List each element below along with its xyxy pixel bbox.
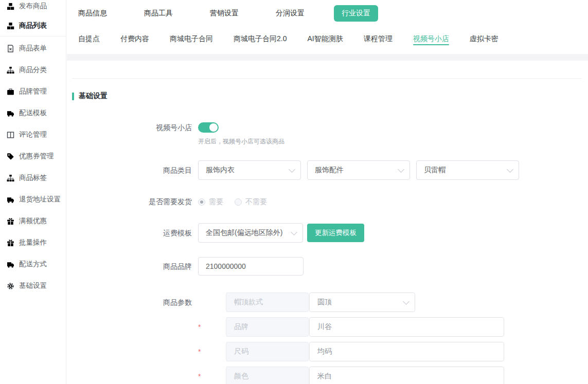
app-window: 发布商品 商品列表 商品表单 商品分类 品牌管理 配送模板 评论管理 优惠券管理… <box>0 0 588 384</box>
secondary-tab[interactable]: 课程管理 <box>364 27 393 50</box>
freight-row: 运费模板 全国包邮(偏远地区除外) 更新运费模板 <box>67 223 588 243</box>
param-value-field[interactable]: 均码 <box>309 342 504 361</box>
secondary-tab[interactable]: 视频号小店 <box>413 27 449 50</box>
sidebar-item[interactable]: 满额优惠 <box>0 210 66 232</box>
need-shipping-options: 需要 不需要 <box>198 197 267 207</box>
param-name-field: 帽顶款式 <box>226 292 309 312</box>
secondary-tab[interactable]: 商城电子合同2.0 <box>234 27 287 50</box>
card-top-space <box>67 61 588 78</box>
update-freight-template-button[interactable]: 更新运费模板 <box>307 224 364 242</box>
sidebar-item[interactable]: 批量操作 <box>0 232 66 253</box>
sidebar-item[interactable]: 商品表单 <box>0 38 66 59</box>
sidebar-item-label: 商品列表 <box>19 21 47 30</box>
primary-tab[interactable]: 商品工具 <box>144 9 173 18</box>
primary-tab[interactable]: 营销设置 <box>210 9 239 18</box>
chevron-down-icon <box>289 166 295 173</box>
secondary-tab[interactable]: 付费内容 <box>120 27 149 50</box>
truck-icon <box>7 196 14 204</box>
param-rows: * 帽顶款式 圆顶 * 品牌 川谷 * 尺码 均码 * 颜色 米白 <box>198 292 504 384</box>
sidebar-menu: 发布商品 商品列表 商品表单 商品分类 品牌管理 配送模板 评论管理 优惠券管理… <box>0 0 66 297</box>
main-area: 商品信息商品工具营销设置分润设置行业设置 自提点付费内容商城电子合同商城电子合同… <box>67 0 588 384</box>
secondary-tab[interactable]: 虚拟卡密 <box>470 27 498 50</box>
tree-icon <box>7 174 14 182</box>
radio-option-need: 需要 <box>198 197 223 207</box>
required-asterisk: * <box>198 367 226 384</box>
sidebar-item[interactable]: 配送方式 <box>0 253 66 275</box>
radio-option-label: 需要 <box>209 197 223 207</box>
required-asterisk: * <box>198 317 226 337</box>
sidebar-item[interactable]: 商品列表 <box>0 16 66 35</box>
video-store-help: 开启后，视频号小店可选该商品 <box>198 137 284 146</box>
tag-icon <box>7 153 14 160</box>
params-label: 商品参数 <box>67 292 192 312</box>
category-label: 商品类目 <box>67 160 192 180</box>
required-asterisk: * <box>198 342 226 361</box>
sidebar-item[interactable]: 退货地址设置 <box>0 189 66 210</box>
radio-checked-icon <box>198 198 205 206</box>
sidebar-item[interactable]: 品牌管理 <box>0 81 66 102</box>
sidebar-item[interactable]: 优惠券管理 <box>0 145 66 167</box>
param-row: * 品牌 川谷 <box>198 317 504 337</box>
briefcase-icon <box>7 88 14 96</box>
truck-icon <box>7 109 14 117</box>
need-shipping-row: 是否需要发货 需要 不需要 <box>67 197 588 207</box>
columns-icon <box>7 131 14 139</box>
sidebar-item-label: 基础设置 <box>19 281 47 290</box>
video-store-label: 视频号小店 <box>67 122 192 146</box>
category-select[interactable]: 服饰内衣 <box>198 160 301 180</box>
radio-unchecked-icon <box>235 198 242 206</box>
sidebar-item-label: 商品表单 <box>19 44 47 53</box>
tree-icon <box>7 66 14 74</box>
sidebar-item-label: 配送方式 <box>19 260 47 269</box>
sidebar-item[interactable]: 发布商品 <box>0 0 66 16</box>
primary-tab[interactable]: 行业设置 <box>334 5 378 22</box>
category-select[interactable]: 服饰配件 <box>307 160 410 180</box>
sidebar-item[interactable]: 评论管理 <box>0 124 66 145</box>
sidebar-item[interactable]: 商品标签 <box>0 167 66 189</box>
secondary-tab[interactable]: 商城电子合同 <box>170 27 213 50</box>
radio-option-label: 不需要 <box>245 197 267 207</box>
sidebar-item-label: 退货地址设置 <box>19 195 61 204</box>
freight-template-select[interactable]: 全国包邮(偏远地区除外) <box>198 223 303 243</box>
chevron-down-icon <box>507 166 513 173</box>
brand-input[interactable] <box>198 257 304 276</box>
param-name-field: 颜色 <box>226 367 309 384</box>
secondary-tab[interactable]: AI智能测肤 <box>307 27 343 50</box>
freight-template-value: 全国包邮(偏远地区除外) <box>206 228 282 237</box>
sidebar-item-label: 商品标签 <box>19 173 47 182</box>
sidebar-item[interactable]: 配送模板 <box>0 102 66 124</box>
video-store-row: 视频号小店 开启后，视频号小店可选该商品 <box>67 122 588 146</box>
select-value: 服饰内衣 <box>206 166 235 175</box>
cubes-icon <box>7 22 14 30</box>
secondary-tab[interactable]: 自提点 <box>78 27 100 50</box>
video-store-toggle[interactable] <box>198 122 219 133</box>
sidebar-item-label: 配送模板 <box>19 108 47 118</box>
category-select[interactable]: 贝雷帽 <box>416 160 519 180</box>
sidebar-item[interactable]: 商品分类 <box>0 59 66 81</box>
param-value-field[interactable]: 川谷 <box>309 317 504 337</box>
sidebar-item[interactable]: 基础设置 <box>0 275 66 297</box>
param-row: * 尺码 均码 <box>198 342 504 361</box>
brand-label: 商品品牌 <box>67 257 192 276</box>
card-divider <box>72 78 582 79</box>
primary-tab[interactable]: 分润设置 <box>276 9 305 18</box>
param-value-field[interactable]: 圆顶 <box>309 292 415 312</box>
primary-tab[interactable]: 商品信息 <box>78 9 107 18</box>
param-value-text: 米白 <box>317 372 332 381</box>
sidebar-item-label: 发布商品 <box>19 2 47 11</box>
sidebar-item-label: 满额优惠 <box>19 216 47 226</box>
need-shipping-label: 是否需要发货 <box>67 197 192 207</box>
brand-row: 商品品牌 <box>67 257 588 276</box>
param-name-field: 品牌 <box>226 317 309 337</box>
gift-icon <box>7 217 14 225</box>
category-selects: 服饰内衣 服饰配件 贝雷帽 <box>198 160 519 180</box>
param-name-field: 尺码 <box>226 342 309 361</box>
param-value-text: 圆顶 <box>317 298 332 307</box>
freight-label: 运费模板 <box>67 223 192 243</box>
sidebar-item-label: 商品分类 <box>19 65 47 75</box>
param-value-field[interactable]: 米白 <box>309 367 504 384</box>
sidebar-item-label: 批量操作 <box>19 238 47 247</box>
section-title: 基础设置 <box>72 92 588 101</box>
chevron-down-icon <box>398 166 404 173</box>
sidebar: 发布商品 商品列表 商品表单 商品分类 品牌管理 配送模板 评论管理 优惠券管理… <box>0 0 66 384</box>
